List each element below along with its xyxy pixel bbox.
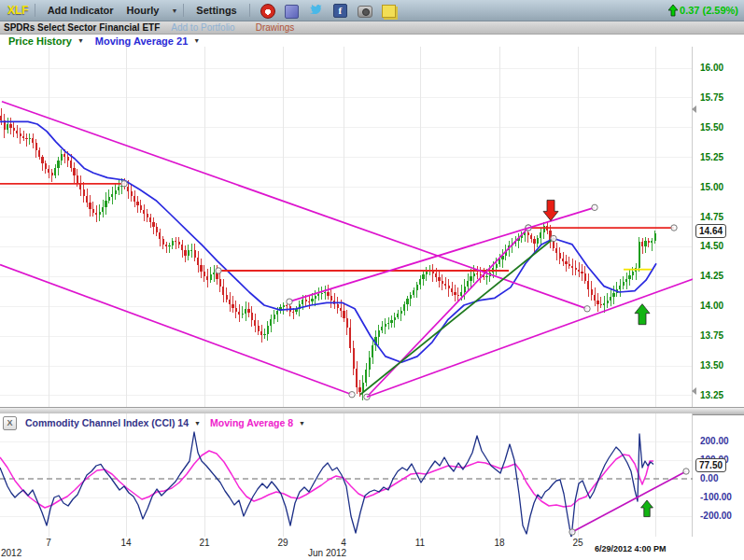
price-chart bbox=[0, 47, 693, 407]
news-cube-icon[interactable] bbox=[285, 4, 300, 18]
axis-marker-icon bbox=[692, 105, 696, 113]
chevron-down-icon[interactable]: ▼ bbox=[77, 37, 84, 44]
last-update-timestamp: 6/29/2012 4:00 PM bbox=[595, 544, 667, 553]
settings-button[interactable]: Settings bbox=[196, 5, 236, 16]
cci-pane-header: X Commodity Channel Index (CCI) 14 ▼ Mov… bbox=[0, 416, 691, 429]
symbol-info-bar: SPDRs Select Sector Financial ETF Add to… bbox=[0, 21, 744, 35]
change-text: 0.37 (2.59%) bbox=[680, 5, 738, 16]
current-price-box: 14.64 bbox=[695, 224, 726, 238]
price-axis-label: 14.25 bbox=[700, 271, 723, 281]
price-axis-label: 14.50 bbox=[700, 241, 723, 251]
price-axis-label: 13.75 bbox=[700, 330, 723, 341]
year-label: 2012 bbox=[1, 548, 21, 558]
date-axis: 2012 Jun 2012 6/29/2012 4:00 PM 71421294… bbox=[0, 537, 744, 560]
date-tick-label: 14 bbox=[114, 538, 138, 548]
current-cci-box: 77.50 bbox=[695, 458, 726, 472]
price-axis-label: 13.25 bbox=[700, 390, 723, 400]
main-toolbar: XLF Add Indicator Hourly ▼ Settings f 0.… bbox=[0, 0, 744, 21]
drawing-endpoint-handle[interactable] bbox=[671, 225, 677, 231]
date-tick-label: 21 bbox=[192, 538, 217, 548]
chevron-down-icon[interactable]: ▼ bbox=[193, 37, 200, 44]
drawing-endpoint-handle[interactable] bbox=[287, 299, 292, 304]
add-to-portfolio-button[interactable]: Add to Portfolio bbox=[171, 22, 234, 33]
cci-axis-label: 200.00 bbox=[700, 436, 729, 446]
cci-chart bbox=[0, 413, 693, 537]
drawings-button[interactable]: Drawings bbox=[256, 22, 295, 33]
close-indicator-button[interactable]: X bbox=[3, 416, 17, 430]
toolbar-separator bbox=[35, 4, 35, 17]
date-tick-label: 4 bbox=[331, 538, 356, 548]
date-tick-label: 7 bbox=[36, 538, 61, 548]
date-tick-label: 11 bbox=[408, 538, 432, 548]
price-axis-label: 15.75 bbox=[700, 92, 723, 103]
drawing-endpoint-handle[interactable] bbox=[349, 392, 355, 398]
cci-axis-label: -200.00 bbox=[700, 511, 732, 521]
month-label: Jun 2012 bbox=[308, 548, 346, 558]
drawing-endpoint-handle[interactable] bbox=[121, 181, 127, 187]
ma21-dropdown[interactable]: Moving Average 21 bbox=[95, 35, 188, 47]
instrument-name: SPDRs Select Sector Financial ETF bbox=[4, 22, 160, 33]
symbol-label[interactable]: XLF bbox=[7, 4, 29, 17]
drawing-endpoint-handle[interactable] bbox=[683, 469, 689, 474]
price-pane-header: Price History ▼ Moving Average 21 ▼ bbox=[0, 35, 744, 47]
cci-axis-label: -100.00 bbox=[700, 492, 732, 502]
drawing-endpoint-handle[interactable] bbox=[584, 306, 590, 312]
toolbar-separator bbox=[249, 4, 250, 17]
twitter-icon[interactable] bbox=[309, 4, 324, 18]
price-history-dropdown[interactable]: Price History bbox=[8, 35, 72, 47]
sticky-notes-icon[interactable] bbox=[382, 4, 397, 18]
price-axis-label: 14.00 bbox=[700, 301, 723, 311]
drawing-endpoint-handle[interactable] bbox=[592, 204, 597, 210]
alarm-clock-icon[interactable] bbox=[260, 4, 275, 18]
date-tick-label: 29 bbox=[271, 538, 295, 548]
drawing-endpoint-handle[interactable] bbox=[551, 235, 556, 241]
axis-marker-icon bbox=[692, 387, 696, 395]
price-axis-label: 15.00 bbox=[700, 182, 723, 192]
drawing-endpoint-handle[interactable] bbox=[569, 529, 575, 535]
toolbar-separator bbox=[183, 4, 184, 17]
price-change-indicator: 0.37 (2.59%) bbox=[668, 5, 738, 17]
price-axis-label: 15.50 bbox=[700, 122, 723, 133]
chevron-down-icon[interactable]: ▼ bbox=[171, 7, 177, 14]
date-tick-label: 25 bbox=[566, 538, 590, 548]
cci-ma-dropdown[interactable]: Moving Average 8 bbox=[210, 417, 293, 428]
facebook-icon[interactable]: f bbox=[333, 4, 348, 18]
price-axis-label: 13.50 bbox=[700, 360, 723, 371]
price-axis-label: 15.25 bbox=[700, 152, 723, 162]
camera-icon[interactable] bbox=[358, 4, 372, 18]
price-axis-label: 14.75 bbox=[700, 212, 723, 222]
cci-axis-label: 0.00 bbox=[700, 473, 718, 483]
date-tick-label: 18 bbox=[487, 538, 512, 548]
chevron-down-icon[interactable]: ▼ bbox=[299, 420, 305, 427]
up-arrow-icon bbox=[668, 5, 678, 17]
drawing-endpoint-handle[interactable] bbox=[216, 268, 221, 273]
price-axis-label: 16.00 bbox=[700, 63, 723, 73]
interval-dropdown[interactable]: Hourly bbox=[127, 5, 160, 16]
cci-dropdown[interactable]: Commodity Channel Index (CCI) 14 bbox=[25, 417, 189, 428]
stock-charting-app: XLF Add Indicator Hourly ▼ Settings f 0.… bbox=[0, 0, 744, 560]
chevron-down-icon[interactable]: ▼ bbox=[194, 420, 201, 427]
add-indicator-button[interactable]: Add Indicator bbox=[48, 5, 114, 16]
